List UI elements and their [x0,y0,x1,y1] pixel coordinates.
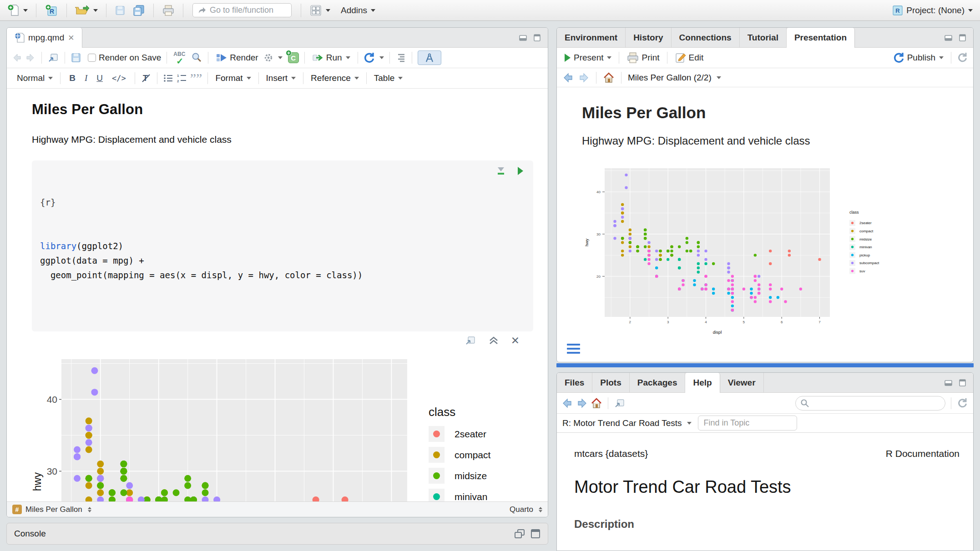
maximize-pane-icon[interactable] [959,379,967,387]
file-type-selector[interactable]: Quarto [510,505,533,514]
render-button[interactable]: Render [214,51,260,65]
tab-viewer[interactable]: Viewer [720,373,764,392]
code-chunk[interactable]: {r} library(ggplot2)ggplot(data = mpg) +… [32,160,533,331]
goto-file-input[interactable] [210,5,278,15]
help-forward-icon[interactable] [576,398,588,409]
slide-navigator[interactable]: Miles Per Gallon (2/2) [628,73,721,83]
run-button[interactable]: Run [310,51,352,65]
chunk-code[interactable]: library(ggplot2)ggplot(data = mpg) + geo… [40,239,525,282]
collapse-output-icon[interactable] [488,336,499,345]
tab-connections[interactable]: Connections [672,28,740,47]
help-back-icon[interactable] [561,398,573,409]
new-file-caret[interactable] [23,9,28,12]
pane-splitter[interactable] [556,363,974,367]
section-navigator[interactable]: Miles Per Gallon [25,505,82,514]
save-button[interactable] [113,4,127,17]
file-type-arrows-icon[interactable] [539,507,542,512]
console-pane-header[interactable]: Console [6,523,548,545]
tab-help[interactable]: Help [685,373,720,393]
popout-window-icon[interactable] [47,52,59,63]
svg-text:1: 1 [177,74,179,78]
numbered-list-icon[interactable]: 1 2 [177,73,187,83]
find-in-topic-input[interactable] [698,416,797,431]
open-file-button[interactable] [73,3,100,18]
slide-menu-icon[interactable] [567,344,580,354]
restore-pane-icon[interactable] [514,529,526,539]
minimize-pane-icon[interactable] [944,34,954,42]
document-editor[interactable]: Miles Per Gallon Highway MPG: Displaceme… [7,89,548,501]
save-icon[interactable] [71,52,81,63]
show-in-window-icon[interactable] [465,335,476,346]
tab-presentation[interactable]: Presentation [787,28,855,48]
print-presentation-button[interactable]: Print [625,50,661,65]
addins-button[interactable]: Addins [339,4,377,17]
maximize-pane-icon[interactable] [959,34,967,42]
spellcheck-button[interactable]: ABC ✓ [172,51,188,65]
present-caret[interactable] [607,56,611,59]
paragraph-style-select[interactable]: Normal [15,72,55,85]
refresh-presentation-icon[interactable] [957,52,969,64]
new-project-button[interactable]: R [43,2,60,19]
open-file-caret[interactable] [93,9,98,12]
workspace-panes-button[interactable] [308,3,332,18]
home-icon[interactable] [603,72,615,84]
render-options-caret[interactable] [278,56,283,59]
edit-presentation-button[interactable]: Edit [673,50,706,65]
insert-menu[interactable]: Insert [264,72,298,85]
project-menu-button[interactable]: R Project: (None) [889,3,975,18]
render-on-save-checkbox[interactable] [88,54,96,62]
slide-forward-icon[interactable] [578,72,590,83]
insert-chunk-button[interactable]: C [288,52,299,63]
tab-files[interactable]: Files [557,373,592,392]
run-chunks-above-icon[interactable] [496,166,506,176]
tab-packages[interactable]: Packages [630,373,686,392]
tab-environment[interactable]: Environment [557,28,626,47]
maximize-pane-icon[interactable] [533,34,541,42]
present-button[interactable]: Present [561,51,613,64]
tab-tutorial[interactable]: Tutorial [740,28,787,47]
clear-formatting-icon[interactable]: T [141,73,152,84]
bullet-list-icon[interactable] [163,73,174,83]
back-icon[interactable] [11,53,22,63]
underline-button[interactable]: U [93,72,106,84]
blockquote-icon[interactable]: ”” [190,75,202,81]
minimize-pane-icon[interactable] [944,379,954,387]
tab-plots[interactable]: Plots [592,373,629,392]
code-format-button[interactable]: </> [109,73,129,84]
italic-button[interactable]: I [81,72,91,84]
source-refresh-caret[interactable] [379,56,384,59]
help-topic-selector[interactable]: R: Motor Trend Car Road Tests [562,418,692,428]
clear-output-icon[interactable]: ✕ [511,336,520,345]
help-search-input[interactable] [813,399,940,408]
format-menu[interactable]: Format [213,72,253,85]
render-settings-gear-icon[interactable] [263,52,274,63]
save-all-button[interactable] [131,3,147,18]
help-refresh-icon[interactable] [957,397,969,409]
table-menu[interactable]: Table [372,72,404,85]
help-popout-icon[interactable] [614,398,626,409]
run-chunk-icon[interactable] [516,166,524,176]
run-caret[interactable] [346,56,350,59]
tab-history[interactable]: History [626,28,671,47]
forward-icon[interactable] [25,53,36,63]
source-refresh-icon[interactable] [364,52,375,64]
publish-caret[interactable] [939,56,944,59]
print-button[interactable] [160,3,177,18]
tab-close-icon[interactable]: ✕ [68,33,74,43]
new-file-button[interactable] [5,2,30,19]
help-search-box[interactable] [795,396,945,411]
visual-editor-toggle[interactable] [418,50,441,65]
section-navigator-arrows-icon[interactable] [88,507,91,512]
tab-mpg-qmd[interactable]: mpg.qmd ✕ [7,28,82,48]
maximize-console-icon[interactable] [530,529,541,539]
publish-button[interactable]: Publish [891,50,945,65]
minimize-pane-icon[interactable] [519,34,529,42]
goto-file-search[interactable] [192,3,292,17]
find-replace-icon[interactable] [191,52,202,64]
reference-menu[interactable]: Reference [309,72,361,85]
bold-button[interactable]: B [66,72,79,84]
help-home-icon[interactable] [591,397,602,409]
panes-caret[interactable] [326,9,330,12]
slide-back-icon[interactable] [562,72,574,83]
outline-icon[interactable] [395,53,406,63]
